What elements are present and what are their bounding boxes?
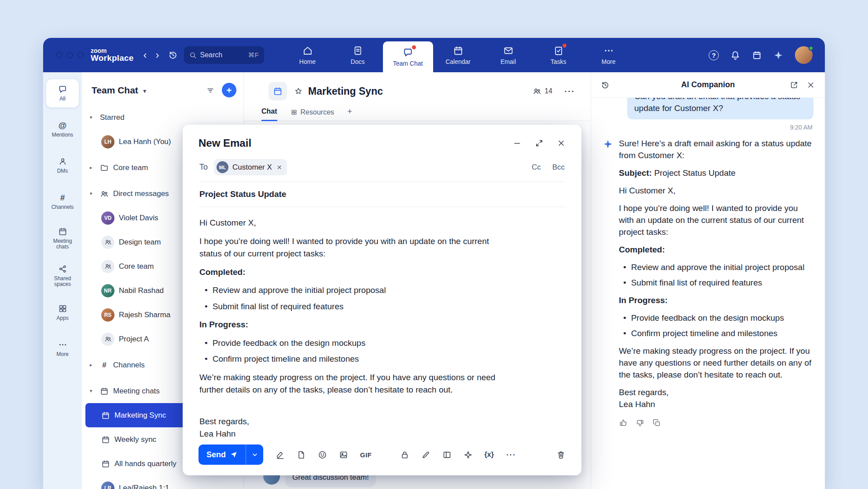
chevron-down-icon: ▾: [90, 388, 96, 394]
new-chat-button[interactable]: +: [222, 83, 236, 97]
emoji-icon: [318, 450, 327, 459]
list-item: •Submit final list of required features: [623, 277, 813, 289]
rail-label: Channels: [47, 204, 78, 210]
sidebar-item-lea-rajesh[interactable]: LR Lea/Rajesh 1:1: [85, 476, 240, 489]
rail-item-dms[interactable]: DMs: [46, 152, 79, 180]
item-label: Lea/Rajesh 1:1: [119, 484, 169, 489]
sidebar-title[interactable]: Team Chat: [92, 85, 138, 96]
history-icon[interactable]: [601, 81, 610, 89]
chevron-right-icon: ▸: [90, 362, 96, 368]
chevron-down-icon[interactable]: ▼: [142, 88, 147, 94]
send-button[interactable]: Send: [199, 445, 246, 465]
notifications-bell-icon[interactable]: [730, 50, 740, 60]
rail-item-channels[interactable]: # Channels: [46, 188, 79, 216]
email-intro: I hope you’re doing well! I wanted to pr…: [199, 235, 506, 260]
home-icon: [302, 45, 313, 56]
nav-item-calendar[interactable]: Calendar: [433, 38, 483, 72]
nav-label: Email: [500, 58, 516, 65]
team-avatar: [101, 236, 114, 249]
ai-completed-list: •Review and approve the initial project …: [619, 262, 813, 289]
avatar: RS: [101, 308, 114, 322]
history-icon[interactable]: [168, 50, 178, 60]
variables-button[interactable]: {x}: [485, 451, 494, 459]
expand-icon[interactable]: [535, 139, 544, 148]
template-button[interactable]: [297, 450, 306, 459]
open-in-new-icon[interactable]: [790, 81, 798, 89]
recipient-chip[interactable]: ML Customer X ✕: [214, 159, 287, 175]
window-controls[interactable]: [56, 52, 84, 58]
nav-item-email[interactable]: Email: [483, 38, 533, 72]
bullet-icon: •: [623, 328, 626, 340]
gif-button[interactable]: GIF: [360, 451, 372, 459]
ai-assist-button[interactable]: [463, 450, 473, 459]
cc-button[interactable]: Cc: [532, 163, 541, 172]
meeting-calendar-icon: [101, 411, 110, 420]
nav-item-team-chat[interactable]: Team Chat: [383, 41, 433, 72]
forward-arrow-icon[interactable]: ›: [156, 50, 159, 60]
tasks-icon: [553, 45, 564, 56]
people-icon: [533, 87, 541, 96]
discard-draft-button[interactable]: [556, 450, 566, 459]
to-field[interactable]: To ML Customer X ✕ Cc Bcc: [199, 153, 566, 182]
thumbs-down-icon[interactable]: [636, 419, 644, 427]
user-avatar[interactable]: [795, 46, 813, 64]
rail-item-more[interactable]: More: [46, 335, 79, 363]
tab-label: Chat: [261, 107, 277, 115]
meeting-calendar-icon: [101, 459, 110, 468]
window-minimize-button[interactable]: [67, 52, 73, 58]
team-avatar: [101, 260, 114, 273]
encrypt-button[interactable]: [400, 450, 409, 459]
tab-chat[interactable]: Chat: [261, 107, 277, 121]
ai-companion-sparkle-icon[interactable]: [773, 50, 783, 60]
rail-item-shared-spaces[interactable]: Shared spaces: [46, 261, 79, 291]
channel-tabs: Chat Resources +: [244, 100, 591, 121]
members-count-button[interactable]: 14: [533, 87, 552, 96]
modal-title: New Email: [199, 137, 251, 149]
star-icon[interactable]: [294, 87, 303, 96]
nav-item-home[interactable]: Home: [283, 38, 333, 72]
back-arrow-icon[interactable]: ‹: [143, 50, 147, 60]
nav-item-tasks[interactable]: Tasks: [533, 38, 584, 72]
window-zoom-button[interactable]: [77, 52, 84, 58]
close-icon[interactable]: [806, 81, 815, 89]
email-icon: [503, 45, 514, 56]
emoji-button[interactable]: [318, 450, 327, 459]
close-icon[interactable]: [557, 139, 566, 148]
copy-icon[interactable]: [652, 419, 661, 427]
send-options-button[interactable]: [246, 445, 263, 465]
thumbs-up-icon[interactable]: [619, 419, 628, 427]
rail-label: All: [47, 96, 78, 102]
nav-item-more[interactable]: More: [584, 38, 634, 72]
people-icon: [104, 238, 112, 246]
avatar: LH: [101, 135, 114, 148]
help-icon[interactable]: ?: [709, 50, 719, 60]
filter-icon[interactable]: [206, 86, 215, 95]
window-close-button[interactable]: [56, 52, 63, 58]
subject-field[interactable]: Project Status Update: [199, 182, 566, 207]
signature-button[interactable]: [276, 450, 285, 459]
calendar-shortcut-icon[interactable]: [752, 50, 762, 60]
item-label: All hands quarterly: [114, 459, 177, 468]
minimize-icon[interactable]: [513, 139, 522, 148]
search-input[interactable]: Search ⌘F: [184, 46, 264, 64]
nav-item-docs[interactable]: Docs: [333, 38, 383, 72]
bcc-button[interactable]: Bcc: [552, 163, 565, 172]
tab-add-button[interactable]: +: [347, 107, 352, 121]
channel-more-button[interactable]: ⋯: [564, 86, 575, 96]
edit-button[interactable]: [421, 450, 430, 459]
avatar: NR: [101, 284, 114, 297]
tab-resources[interactable]: Resources: [291, 108, 334, 121]
email-body-editor[interactable]: Hi Customer X, I hope you’re doing well!…: [199, 207, 507, 442]
rail-item-all[interactable]: All: [46, 79, 79, 107]
rail-item-meeting-chats[interactable]: Meeting chats: [46, 224, 79, 253]
more-tools-button[interactable]: ⋯: [506, 450, 515, 459]
rail-item-apps[interactable]: Apps: [46, 299, 79, 327]
rail-label: Apps: [47, 315, 78, 321]
image-button[interactable]: [339, 450, 348, 459]
email-completed-label: Completed:: [199, 266, 506, 279]
remove-recipient-icon[interactable]: ✕: [277, 164, 282, 171]
layout-button[interactable]: [442, 450, 452, 459]
rail-item-mentions[interactable]: @ Mentions: [46, 115, 79, 144]
new-email-modal: New Email To ML Customer X ✕ Cc Bcc Proj…: [183, 125, 581, 475]
item-label: Core team: [119, 262, 154, 271]
